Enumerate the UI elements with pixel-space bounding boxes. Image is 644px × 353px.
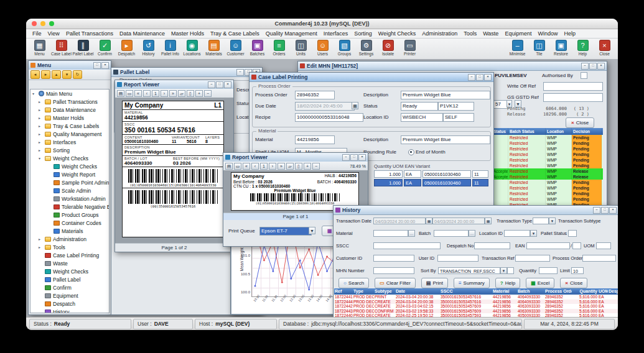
report-viewer-tool-icon[interactable]: « — [134, 90, 142, 97]
tree-item[interactable]: Tolerable Negative Errors — [30, 203, 109, 211]
toolbar-button[interactable]: ☺ Customer — [225, 39, 246, 56]
dropdown-icon[interactable]: ▼ — [309, 227, 315, 234]
maximize-icon[interactable]: □ — [476, 74, 483, 81]
minimize-icon[interactable]: – — [468, 74, 475, 81]
toolbar-button[interactable]: ▣ Batches — [246, 39, 268, 56]
tree-expander-icon[interactable]: ▾ — [39, 156, 43, 160]
tree-item[interactable]: ▾ Weight Checks — [30, 154, 109, 162]
history-table-row[interactable]: 18722442PROD DEC CREATE2024-03-03 04:02:… — [334, 304, 618, 309]
history-action-button[interactable]: ? Help — [495, 278, 520, 288]
report-viewer-tool-icon[interactable]: › — [161, 90, 168, 97]
tree-item[interactable]: ▸ Sorting — [30, 146, 109, 154]
menu-tree-titlebar[interactable]: Menu □ × — [29, 61, 111, 70]
report-viewer-tool-icon[interactable]: ‹ — [143, 90, 151, 97]
end-of-month-radio[interactable] — [408, 149, 414, 155]
history-table-row[interactable]: 18722441PROD DEC PRINT2024-03-04 20:00:3… — [334, 295, 618, 300]
quantity-row[interactable]: 1.000 EA 05000161030460 11 — [374, 179, 488, 186]
history-action-button[interactable]: ▭ Clear Filter — [375, 278, 416, 288]
mhn-table-row[interactable]: Restricted WMP Pending — [492, 152, 603, 157]
mhn-table-row[interactable]: Restricted WMP Pending — [492, 185, 603, 191]
toolbar-button[interactable]: i Pallet Info — [159, 39, 181, 56]
history-action-button[interactable]: ▦ Excel — [526, 278, 554, 288]
tree-item[interactable]: History — [30, 308, 109, 313]
history-titlebar[interactable]: History – □ × — [334, 206, 618, 215]
minimize-icon[interactable]: – — [342, 154, 350, 161]
close-icon[interactable]: × — [101, 62, 109, 69]
report-viewer-tool-icon[interactable]: » — [169, 90, 177, 97]
tree-item[interactable]: ▸ Master Holds — [30, 114, 109, 122]
tree-item[interactable]: ▸ Pallet Transactions — [30, 98, 109, 106]
despatch-no-field[interactable] — [474, 242, 510, 249]
pallet-label-titlebar[interactable]: Pallet Label – □ × — [111, 68, 262, 77]
description-field[interactable]: Premium Widget Blue — [401, 91, 490, 99]
mhn-table-row[interactable]: Accepted Restricted WMP Release — [492, 168, 603, 174]
mhn-table-row[interactable]: Accepted Restricted WMP Release — [492, 174, 603, 180]
tree-item[interactable]: Weight Report — [30, 170, 109, 178]
close-icon[interactable]: × — [224, 81, 231, 88]
toolbar-window-button[interactable]: × Close — [594, 39, 615, 56]
report-viewer-tool-icon[interactable]: ▤ — [225, 163, 233, 170]
toolbar-button[interactable]: ▦ Menu — [29, 39, 50, 56]
menu-item[interactable]: Master Holds — [171, 30, 204, 37]
toolbar-button[interactable]: ↺ History — [138, 39, 159, 56]
report-viewer-titlebar[interactable]: Report Viewer – □ × — [115, 80, 233, 89]
toolbar-button[interactable]: ⚙ Settings — [355, 39, 377, 56]
tree-item[interactable]: Weight Checks — [30, 267, 109, 275]
menu-item[interactable]: Waste — [483, 30, 498, 37]
report-viewer-tool-icon[interactable]: − — [312, 163, 320, 170]
batch-field[interactable] — [434, 230, 469, 237]
transaction-type-combo[interactable] — [533, 218, 549, 224]
material-field[interactable]: 44219856 — [295, 135, 335, 144]
tree-expander-icon[interactable]: ▸ — [39, 237, 43, 241]
toolbar-button[interactable]: ▤ Materials — [203, 39, 225, 56]
mhn-table-row[interactable]: Restricted WMP Pending — [492, 146, 603, 152]
menu-item[interactable]: Help — [564, 30, 576, 37]
toolbar-window-button[interactable]: ? Help — [572, 39, 594, 56]
mhn-table-row[interactable]: Restricted WMP Pending — [492, 196, 603, 202]
authorised-by-checkbox[interactable] — [581, 72, 587, 79]
history-table-row[interactable]: 18722443PROD DEC CONFIRM2024-03-02 19:58… — [334, 309, 618, 314]
recipe-field[interactable]: 1000000000553316048 — [295, 113, 363, 122]
toolbar-button[interactable]: ∥ Pallet Label — [72, 39, 94, 56]
mhn-table-row[interactable]: Restricted WMP Pending — [492, 191, 603, 196]
tree-item[interactable]: Despatch — [30, 300, 109, 308]
mhn-table-row[interactable]: Restricted WMP Pending — [492, 157, 603, 163]
menu-item[interactable]: Quality Management — [266, 30, 317, 37]
process-order-field[interactable] — [582, 255, 616, 262]
calendar-icon[interactable]: ▦ — [426, 218, 432, 224]
browse-icon[interactable]: … — [469, 230, 475, 237]
production-line-field[interactable]: P1VK12 — [438, 102, 474, 111]
report-viewer-tool-icon[interactable]: ▭ — [126, 90, 133, 97]
tree-item[interactable]: Waste — [30, 259, 109, 267]
menu-item[interactable]: Equipment — [505, 30, 531, 37]
date-to-field[interactable]: 04/03/2024 20:00:00 — [432, 218, 485, 224]
sort-by-field[interactable]: TRANSACTION_REF,SSCC — [438, 267, 500, 274]
menu-item[interactable]: Window — [538, 30, 558, 37]
report-viewer-tool-icon[interactable]: » — [278, 163, 285, 170]
menu-item[interactable]: Data Maintenance — [119, 30, 165, 37]
dropdown-icon[interactable]: ▼ — [549, 218, 556, 224]
material-field[interactable] — [373, 230, 408, 237]
tree-item[interactable]: ▸ Quality Management — [30, 130, 109, 138]
tree-toolbar-icon[interactable]: ▾ — [62, 70, 72, 79]
close-icon[interactable]: × — [358, 154, 366, 161]
menu-item[interactable]: Interfaces — [324, 30, 348, 37]
quantity-field[interactable] — [539, 267, 558, 274]
mhn-number-field[interactable] — [373, 267, 414, 274]
tree-item[interactable]: Sample Point Admin — [30, 178, 109, 186]
tree-toolbar-icon[interactable]: ▴ — [52, 70, 61, 79]
report-viewer-titlebar[interactable]: Report Viewer – □ × — [223, 153, 368, 162]
toolbar-button[interactable]: ▭ Printer — [399, 39, 421, 56]
report-viewer-tool-icon[interactable]: ▤ — [117, 90, 124, 97]
report-viewer-tool-icon[interactable]: + — [304, 163, 311, 170]
report-viewer-tool-icon[interactable]: 1 — [152, 90, 159, 97]
tree-item[interactable]: Materials — [30, 227, 109, 235]
report-viewer-tool-icon[interactable]: − — [204, 90, 212, 97]
toolbar-button[interactable]: ✓ Confirm — [94, 39, 116, 56]
material-description-field[interactable]: Premium Widget Blue — [401, 135, 490, 144]
report-viewer-tool-icon[interactable]: ▯ — [187, 90, 194, 97]
report-viewer-tool-icon[interactable]: « — [243, 163, 250, 170]
sort-descending-checkbox[interactable] — [507, 267, 514, 274]
tree-expander-icon[interactable]: ▸ — [39, 108, 43, 112]
menu-item[interactable]: Sorting — [354, 30, 372, 37]
